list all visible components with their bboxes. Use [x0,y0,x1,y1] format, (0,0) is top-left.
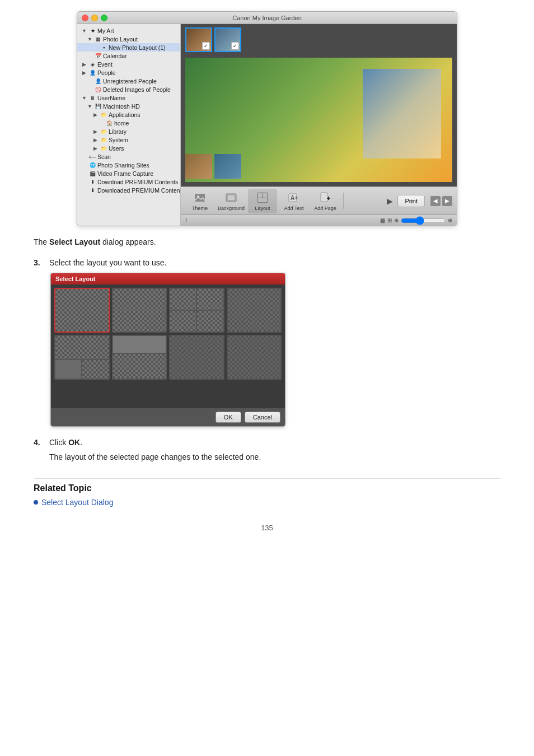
layout-option-7[interactable] [169,335,224,380]
dialog-body [51,284,285,408]
sidebar-item-downloadpremium[interactable]: ⬇ Download PREMIUM Contents [77,178,180,186]
view-icon-2: ⊞ [387,217,392,223]
sidebar-videoframe-label: Video Frame Capture [97,170,153,177]
layout-option-5[interactable] [54,335,110,380]
select-layout-suffix: dialog appears. [100,237,156,246]
sidebar-item-library[interactable]: ▶ 📁 Library [77,127,180,136]
expand-library-icon: ▶ [92,128,99,135]
maximize-button-icon[interactable] [101,15,107,21]
svg-rect-5 [258,193,263,198]
layout-label: Layout [255,206,270,211]
app-screenshot: Canon My Image Garden ▼ ★ My Art ▼ ▦ Pho… [77,11,457,226]
sidebar-event-label: Event [97,61,113,68]
expand-macintoshhd-icon: ▼ [86,102,93,110]
addtext-label: Add Text [284,206,304,211]
sidebar-applications-label: Applications [109,111,140,118]
library-icon: 📁 [100,128,107,135]
sidebar-photolayout-label: Photo Layout [103,36,138,43]
related-link-label: Select Layout Dialog [41,498,113,507]
minimize-button-icon[interactable] [91,15,98,21]
sidebar-item-videoframe[interactable]: 🎬 Video Frame Capture [77,169,180,178]
scan-icon: ⟵ [89,153,96,160]
expand-applications-icon: ▶ [92,111,99,118]
sidebar-item-photosharing[interactable]: 🌐 Photo Sharing Sites [77,161,180,169]
prev-arrow[interactable]: ◀ [430,196,441,206]
child-photo [363,69,441,158]
people-icon: 👤 [89,69,96,76]
view-icon-1: ▦ [380,217,385,223]
sidebar-item-scan[interactable]: ⟵ Scan [77,152,180,161]
bot-thumb-2 [214,154,241,179]
lo4-cell1 [170,289,196,310]
theme-icon [193,191,207,204]
sidebar-item-photolayout[interactable]: ▼ ▦ Photo Layout [77,35,180,43]
page-number: 135 [34,524,500,532]
sidebar-photosharing-label: Photo Sharing Sites [97,162,149,169]
expand-username-icon: ▼ [81,94,88,101]
select-layout-bold: Select Layout [49,237,100,246]
print-button[interactable]: Print [397,195,425,207]
sidebar-item-myart[interactable]: ▼ ★ My Art [77,26,180,35]
applications-icon: 📁 [100,111,107,118]
sidebar-item-username[interactable]: ▼ 🖥 UserName [77,94,180,102]
dialog-footer: OK Cancel [51,408,285,426]
svg-rect-0 [195,194,205,202]
cancel-button[interactable]: Cancel [245,412,280,423]
sidebar-item-unregistered[interactable]: 👤 Unregistered People [77,77,180,85]
sidebar-item-deleted[interactable]: 🚫 Deleted Images of People [77,85,180,94]
layout-option-1[interactable] [54,288,110,333]
sidebar-item-applications[interactable]: ▶ 📁 Applications [77,110,180,119]
background-button[interactable]: Background [217,189,246,213]
layout-option-4[interactable] [227,288,282,333]
dialog-screenshot: Select Layout [50,273,285,427]
macintoshhd-icon: 💾 [95,102,102,110]
app-title: Canon My Image Garden [232,15,302,21]
play-icon: ▶ [387,197,393,206]
layout-option-3[interactable] [169,288,224,333]
layout-button[interactable]: Layout [248,189,277,213]
ok-button[interactable]: OK [216,412,241,423]
layout-option-8[interactable] [227,335,282,380]
layout-grid-row2 [54,335,282,380]
svg-rect-6 [263,193,267,198]
sidebar-item-event[interactable]: ▶ ◈ Event [77,60,180,68]
page-indicator: I [185,217,187,223]
sidebar-item-people[interactable]: ▶ 👤 People [77,68,180,77]
select-layout-prefix: The [34,237,49,246]
related-link-selectlayout[interactable]: Select Layout Dialog [34,498,500,507]
zoom-plus-icon: ⊕ [448,217,452,223]
step4-header: 4. Click OK. [34,438,500,447]
link-dot-icon [34,500,38,505]
sidebar-item-macintoshhd[interactable]: ▼ 💾 Macintosh HD [77,102,180,110]
step4-text: Click OK. [49,438,82,447]
layout-option-2[interactable] [112,288,167,333]
theme-button[interactable]: Theme [185,189,214,213]
sidebar-item-home[interactable]: 🏠 home [77,119,180,127]
sidebar-system-label: System [109,137,128,143]
traffic-lights [82,15,107,21]
next-arrow[interactable]: ▶ [442,196,452,206]
sidebar-calendar-label: Calendar [103,53,127,59]
layout-option-6[interactable] [112,335,167,380]
downloadpremium-icon: ⬇ [89,178,96,185]
addtext-icon: A+ [287,191,301,204]
sidebar-item-newphotolayout[interactable]: ▪ New Photo Layout (1) [77,43,180,52]
dialog-title: Select Layout [55,276,96,282]
sidebar-item-system[interactable]: ▶ 📁 System [77,136,180,144]
background-icon [224,191,238,204]
sidebar-item-downloadedpremium[interactable]: ⬇ Downloaded PREMIUM Contents [77,186,180,194]
sidebar-people-label: People [97,69,116,76]
sidebar-scan-label: Scan [97,153,111,160]
addpage-button[interactable]: Add Page [311,189,340,213]
theme-label: Theme [192,206,208,211]
sidebar: ▼ ★ My Art ▼ ▦ Photo Layout ▪ New Photo … [77,24,181,226]
sidebar-item-calendar[interactable]: 📅 Calendar [77,52,180,60]
close-button-icon[interactable] [82,15,88,21]
status-bar-right: ▦ ⊞ ⊕ ⊕ [380,216,452,225]
newphotolayout-icon: ▪ [100,44,107,51]
zoom-slider[interactable] [401,216,446,225]
nav-arrows: ◀ ▶ [430,196,452,206]
calendar-icon: 📅 [95,52,102,59]
sidebar-item-users[interactable]: ▶ 📁 Users [77,144,180,152]
addtext-button[interactable]: A+ Add Text [279,189,308,213]
